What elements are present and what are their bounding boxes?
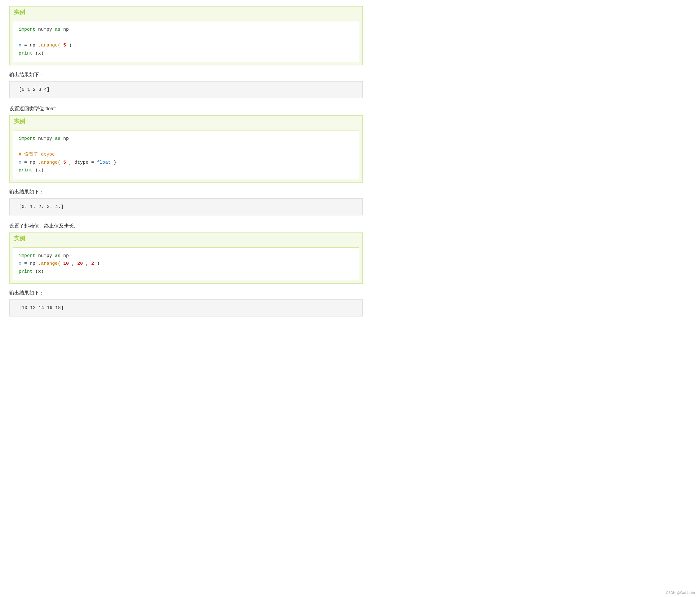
output-box-3: [10 12 14 16 18] [9, 299, 363, 317]
output-label-1: 输出结果如下： [9, 72, 363, 78]
example-label-1: 实例 [9, 6, 362, 18]
code-line: import numpy as np [19, 252, 353, 260]
prose-text-2: 设置了起始值、终止值及步长: [9, 223, 363, 229]
code-line: print (x) [19, 268, 353, 276]
code-line: import numpy as np [19, 26, 353, 34]
example-box-3: 实例 import numpy as np x = np .arange( 10… [9, 232, 363, 284]
code-block-1: import numpy as np x = np .arange( 5 ) p… [13, 21, 359, 62]
code-line-blank [19, 143, 353, 151]
code-line: print (x) [19, 50, 353, 58]
output-box-2: [0. 1. 2. 3. 4.] [9, 198, 363, 216]
keyword-as: as [55, 27, 60, 32]
output-value-3: [10 12 14 16 18] [19, 305, 64, 310]
example-box-2: 实例 import numpy as np # 设置了 dtype x = np… [9, 115, 363, 182]
output-value-1: [0 1 2 3 4] [19, 87, 50, 92]
keyword-import: import [19, 27, 35, 32]
code-line: x = np .arange( 5 ) [19, 42, 353, 50]
output-label-2: 输出结果如下： [9, 189, 363, 195]
prose-text-1: 设置返回类型位 float: [9, 106, 363, 112]
code-line: import numpy as np [19, 135, 353, 143]
code-line: x = np .arange( 10 , 20 , 2 ) [19, 260, 353, 268]
example-box-1: 实例 import numpy as np x = np .arange( 5 … [9, 6, 363, 66]
code-block-2: import numpy as np # 设置了 dtype x = np .a… [13, 130, 359, 179]
code-block-3: import numpy as np x = np .arange( 10 , … [13, 247, 359, 280]
code-line: x = np .arange( 5 , dtype = float ) [19, 159, 353, 167]
output-label-3: 输出结果如下： [9, 290, 363, 296]
example-label-3: 实例 [9, 233, 362, 244]
code-line-comment: # 设置了 dtype [19, 151, 353, 159]
output-box-1: [0 1 2 3 4] [9, 81, 363, 98]
example-label-2: 实例 [9, 116, 362, 127]
code-line: print (x) [19, 167, 353, 175]
output-value-2: [0. 1. 2. 3. 4.] [19, 204, 64, 209]
code-line-blank [19, 34, 353, 42]
